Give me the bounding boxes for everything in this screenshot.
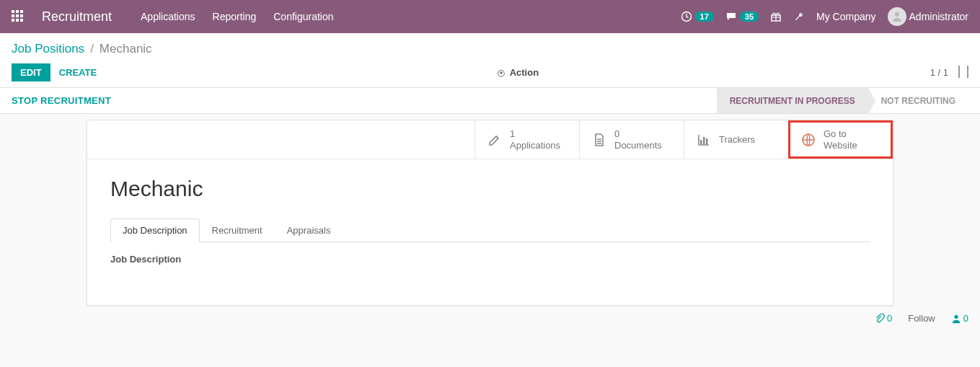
status-in-progress[interactable]: RECRUITMENT IN PROGRESS [717, 88, 868, 113]
gift-icon [770, 11, 782, 22]
debug-button[interactable] [793, 11, 805, 22]
discuss-button[interactable]: 35 [725, 11, 759, 22]
breadcrumb-parent[interactable]: Job Positions [12, 42, 84, 56]
paperclip-icon [875, 314, 885, 324]
control-panel: Job Positions / Mechanic EDIT CREATE Act… [0, 33, 980, 88]
gift-button[interactable] [770, 11, 782, 22]
pager-prev[interactable] [958, 67, 960, 78]
wrench-icon [793, 11, 805, 22]
avatar-icon [888, 7, 906, 26]
attachments-button[interactable]: 0 [875, 313, 892, 324]
stat-trackers-label: Trackers [719, 134, 755, 146]
app-brand[interactable]: Recruitment [42, 9, 112, 25]
activities-button[interactable]: 17 [681, 11, 714, 22]
company-switcher[interactable]: My Company [816, 11, 875, 22]
followers-count: 0 [963, 313, 968, 324]
breadcrumb-sep: / [90, 42, 94, 56]
globe-icon [800, 132, 816, 148]
stat-website-line1: Go to [824, 128, 857, 140]
form-sheet: 1 Applications 0 Documents Trackers [87, 120, 893, 306]
follow-button[interactable]: Follow [908, 313, 935, 324]
nav-reporting[interactable]: Reporting [213, 11, 257, 22]
activities-badge: 17 [695, 12, 714, 22]
statusbar: STOP RECRUITMENT RECRUITMENT IN PROGRESS… [0, 88, 980, 114]
svg-point-7 [954, 314, 958, 318]
tab-appraisals[interactable]: Appraisals [275, 218, 343, 242]
nav-configuration[interactable]: Configuration [273, 11, 333, 22]
speech-icon [725, 11, 737, 22]
stat-website[interactable]: Go to Website [788, 120, 893, 159]
stop-recruitment-button[interactable]: STOP RECRUITMENT [12, 95, 111, 106]
stat-documents[interactable]: 0 Documents [579, 120, 684, 159]
user-name: Administrator [909, 11, 968, 22]
followers-button[interactable]: 0 [951, 313, 968, 324]
action-dropdown[interactable]: Action [105, 67, 930, 78]
user-menu[interactable]: Administrator [888, 7, 968, 26]
pencil-icon [487, 132, 503, 148]
record-title: Mechanic [110, 177, 870, 201]
attachments-count: 0 [887, 313, 892, 324]
pager-next[interactable] [967, 67, 968, 78]
nav-menu: Applications Reporting Configuration [141, 11, 333, 22]
clock-icon [681, 11, 692, 22]
breadcrumb-current: Mechanic [100, 42, 152, 56]
stat-applications-label: Applications [510, 140, 560, 151]
svg-point-2 [895, 12, 899, 17]
discuss-badge: 35 [740, 12, 759, 22]
tabs: Job Description Recruitment Appraisals [110, 218, 870, 242]
status-not-recruiting[interactable]: NOT RECRUITING [868, 88, 968, 113]
stat-applications-count: 1 [510, 128, 560, 140]
svg-rect-3 [700, 140, 702, 144]
tab-content: Job Description [110, 242, 870, 276]
person-icon [951, 314, 961, 324]
pager-text: 1 / 1 [930, 67, 948, 78]
chatter-bar: 0 Follow 0 [0, 306, 980, 331]
tab-job-description[interactable]: Job Description [110, 218, 200, 242]
svg-rect-4 [703, 137, 705, 144]
create-button[interactable]: CREATE [50, 63, 105, 81]
form-area: 1 Applications 0 Documents Trackers [0, 120, 980, 306]
stat-buttons: 1 Applications 0 Documents Trackers [87, 120, 893, 159]
nav-applications[interactable]: Applications [141, 11, 195, 22]
job-description-label: Job Description [110, 254, 870, 265]
stat-documents-label: Documents [614, 140, 662, 151]
gear-icon [497, 68, 506, 77]
stat-website-line2: Website [824, 140, 857, 151]
sheet-body: Mechanic Job Description Recruitment App… [87, 159, 893, 305]
status-list: RECRUITMENT IN PROGRESS NOT RECRUITING [717, 88, 968, 113]
action-label: Action [510, 67, 539, 78]
bar-chart-icon [696, 132, 712, 148]
stat-trackers[interactable]: Trackers [684, 120, 788, 159]
stat-documents-count: 0 [614, 128, 662, 140]
breadcrumb: Job Positions / Mechanic [12, 42, 968, 56]
svg-rect-5 [706, 138, 708, 144]
navbar: Recruitment Applications Reporting Confi… [0, 0, 980, 33]
file-icon [591, 132, 607, 148]
edit-button[interactable]: EDIT [12, 63, 50, 81]
stat-applications[interactable]: 1 Applications [474, 120, 579, 159]
apps-icon[interactable] [12, 10, 25, 23]
nav-right: 17 35 My Company Administrator [681, 7, 968, 26]
tab-recruitment[interactable]: Recruitment [200, 218, 275, 242]
